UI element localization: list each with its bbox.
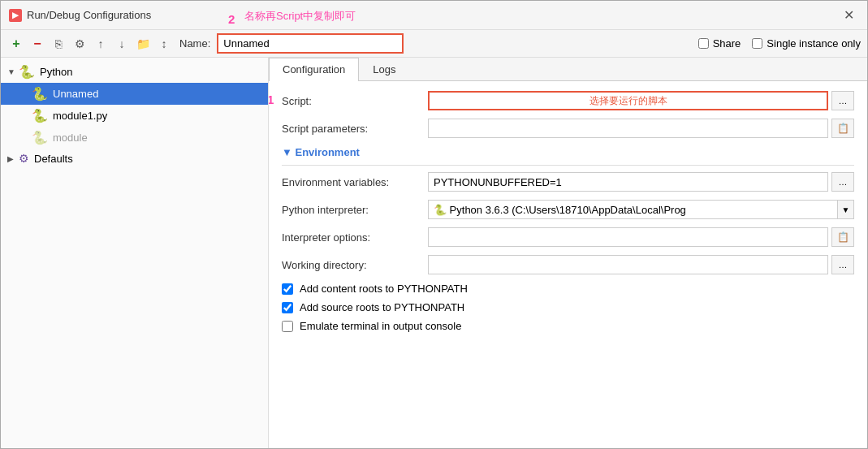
script-params-input[interactable]	[428, 119, 828, 138]
env-vars-input[interactable]	[428, 172, 828, 192]
python-expand-arrow: ▼	[7, 67, 15, 76]
add-button[interactable]: +	[7, 35, 25, 53]
single-instance-label: Single instance only	[767, 37, 861, 50]
defaults-group-label: Defaults	[34, 153, 73, 165]
checkbox1-row: Add content roots to PYTHONPATH	[282, 283, 854, 295]
working-dir-browse-button[interactable]: …	[831, 255, 854, 274]
python-interp-dropdown[interactable]: 🐍 Python 3.6.3 (C:\Users\18710\AppData\L…	[428, 200, 854, 219]
dialog-title: Run/Debug Configurations	[27, 9, 151, 21]
title-bar: ▶ Run/Debug Configurations ✕	[1, 1, 867, 30]
interp-options-row: Interpreter options: 📋	[282, 227, 854, 247]
working-dir-label: Working directory:	[282, 259, 428, 271]
remove-button[interactable]: −	[28, 35, 46, 53]
run-debug-dialog: ▶ Run/Debug Configurations ✕ + − ⎘ ⚙ ↑ ↓…	[0, 0, 868, 449]
name-input[interactable]	[217, 33, 404, 54]
share-label: Share	[713, 37, 741, 50]
tab-logs[interactable]: Logs	[359, 58, 409, 80]
close-button[interactable]: ✕	[839, 6, 859, 24]
script-input[interactable]	[428, 91, 828, 110]
settings-button[interactable]: ⚙	[71, 35, 89, 53]
interp-options-input[interactable]	[428, 227, 828, 247]
script-params-row: Script parameters: 📋	[282, 119, 854, 138]
checkbox3[interactable]	[282, 321, 293, 332]
module-label: module	[53, 132, 88, 144]
module1-icon: 🐍	[32, 108, 48, 123]
working-dir-row: Working directory: …	[282, 255, 854, 274]
tab-content-configuration: 1 Script: 选择要运行的脚本 … Script parameters: …	[269, 81, 867, 448]
python-interp-dropdown-arrow[interactable]: ▼	[837, 200, 853, 219]
main-body: ▼ 🐍 Python 🐍 Unnamed 🐍 module1.py 🐍 modu…	[1, 58, 867, 448]
environment-header-text: ▼ Environment	[282, 146, 360, 158]
env-vars-label: Environment variables:	[282, 176, 428, 188]
up-button[interactable]: ↑	[92, 35, 110, 53]
module-icon: 🐍	[32, 130, 48, 145]
dialog-icon: ▶	[9, 9, 22, 22]
title-bar-left: ▶ Run/Debug Configurations	[9, 9, 151, 22]
python-interp-row: Python interpreter: 🐍 Python 3.6.3 (C:\U…	[282, 200, 854, 219]
python-interp-label: Python interpreter:	[282, 204, 428, 216]
script-input-container: 选择要运行的脚本	[428, 91, 828, 110]
script-label: Script:	[282, 95, 428, 107]
checkbox3-row: Emulate terminal in output console	[282, 320, 854, 332]
tab-configuration[interactable]: Configuration	[269, 58, 359, 81]
share-checkbox[interactable]	[698, 38, 709, 49]
unnamed-icon: 🐍	[32, 86, 48, 101]
environment-divider	[282, 165, 854, 166]
share-row: Share Single instance only	[698, 37, 861, 50]
working-dir-input[interactable]	[428, 255, 828, 274]
env-vars-browse-button[interactable]: …	[831, 172, 854, 192]
share-item: Share	[698, 37, 741, 50]
defaults-expand-arrow: ▶	[7, 154, 15, 163]
script-params-label: Script parameters:	[282, 123, 428, 135]
single-instance-checkbox[interactable]	[752, 38, 762, 49]
single-instance-item: Single instance only	[752, 37, 861, 50]
unnamed-label: Unnamed	[53, 88, 98, 100]
sidebar-item-module1[interactable]: 🐍 module1.py	[1, 105, 268, 127]
python-interp-value: 🐍 Python 3.6.3 (C:\Users\18710\AppData\L…	[429, 204, 837, 216]
checkbox2-label: Add source roots to PYTHONPATH	[300, 301, 464, 313]
checkbox2-row: Add source roots to PYTHONPATH	[282, 301, 854, 313]
env-vars-row: Environment variables: …	[282, 172, 854, 192]
name-annotation: 名称再Script中复制即可	[244, 9, 356, 24]
checkbox1-label: Add content roots to PYTHONPATH	[300, 283, 468, 295]
down-button[interactable]: ↓	[113, 35, 131, 53]
script-row: 1 Script: 选择要运行的脚本 …	[282, 91, 854, 110]
sidebar: ▼ 🐍 Python 🐍 Unnamed 🐍 module1.py 🐍 modu…	[1, 58, 269, 448]
script-browse-button[interactable]: …	[831, 91, 854, 110]
python-group-label: Python	[40, 66, 72, 78]
interp-options-label: Interpreter options:	[282, 231, 428, 244]
folder-button[interactable]: 📁	[134, 35, 152, 53]
sort-button[interactable]: ↕	[155, 35, 173, 53]
sidebar-item-unnamed[interactable]: 🐍 Unnamed	[1, 83, 268, 105]
python-group-icon: 🐍	[19, 64, 35, 80]
tabs: Configuration Logs	[269, 58, 867, 81]
script-params-browse-button[interactable]: 📋	[831, 119, 854, 138]
copy-button[interactable]: ⎘	[50, 35, 67, 53]
sidebar-item-module[interactable]: 🐍 module	[1, 127, 268, 149]
toolbar: + − ⎘ ⚙ ↑ ↓ 📁 ↕ 名称再Script中复制即可 2 Name: S…	[1, 30, 867, 58]
checkbox2[interactable]	[282, 302, 293, 313]
defaults-icon: ⚙	[19, 152, 29, 165]
environment-section-header: ▼ Environment	[282, 146, 854, 158]
annotation-num-1: 1	[269, 93, 274, 106]
interp-options-browse-button[interactable]: 📋	[831, 227, 854, 247]
sidebar-item-python-group[interactable]: ▼ 🐍 Python	[1, 61, 268, 83]
module1-label: module1.py	[53, 110, 107, 122]
checkbox3-label: Emulate terminal in output console	[300, 320, 461, 332]
name-label: Name:	[179, 37, 210, 50]
annotation-num-2: 2	[228, 12, 235, 26]
content-area: Configuration Logs 1 Script: 选择要运行的脚本 …	[269, 58, 867, 448]
checkbox1[interactable]	[282, 283, 293, 295]
sidebar-item-defaults-group[interactable]: ▶ ⚙ Defaults	[1, 149, 268, 168]
